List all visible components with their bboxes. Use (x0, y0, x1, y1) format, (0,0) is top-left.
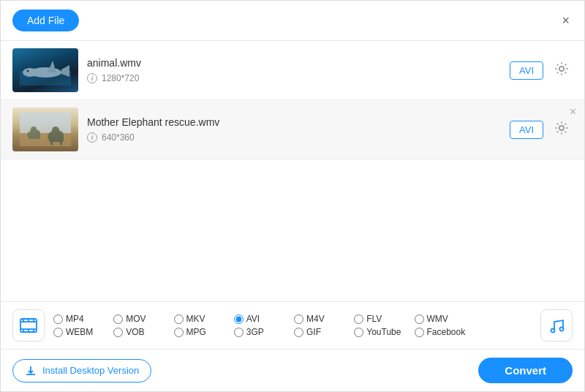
info-icon-2: i (87, 132, 97, 143)
file-item-1: animal.wmv i 1280*720 AVI (1, 41, 584, 100)
format-radio-mp4[interactable] (53, 314, 63, 324)
thumbnail-image-1 (12, 48, 78, 92)
format-label-mp4: MP4 (66, 314, 84, 324)
settings-button-2[interactable] (551, 117, 573, 143)
svg-rect-13 (36, 132, 37, 138)
gear-icon-2 (554, 120, 570, 136)
footer: Install Desktop Version Convert (1, 349, 584, 391)
format-option-wmv[interactable]: WMV (415, 314, 475, 324)
format-option-flv[interactable]: FLV (354, 314, 414, 324)
add-file-button[interactable]: Add File (12, 10, 79, 31)
format-option-vob[interactable]: VOB (113, 327, 173, 337)
file-meta-2: i 640*360 (87, 132, 501, 143)
format-radio-facebook[interactable] (415, 328, 424, 337)
svg-rect-18 (60, 139, 62, 145)
film-icon (18, 315, 39, 336)
thumbnail-1 (12, 48, 78, 92)
shark-icon (20, 55, 71, 86)
format-option-youtube[interactable]: YouTube (354, 327, 414, 337)
format-label-mpg: MPG (186, 327, 206, 337)
format-label-wmv: WMV (427, 314, 448, 324)
format-radio-3gp[interactable] (234, 328, 244, 337)
install-label: Install Desktop Version (42, 365, 139, 376)
svg-point-5 (27, 70, 29, 72)
svg-point-30 (560, 328, 564, 331)
format-label-3gp: 3GP (246, 327, 264, 337)
format-option-mpg[interactable]: MPG (174, 327, 234, 337)
convert-button[interactable]: Convert (478, 358, 573, 383)
video-format-icon-box[interactable] (12, 309, 45, 342)
file-resolution-1: 1280*720 (102, 73, 139, 83)
header: Add File × (1, 1, 584, 41)
format-radio-mpg[interactable] (174, 328, 184, 337)
format-option-facebook[interactable]: Facebook (415, 327, 475, 337)
thumbnail-2 (12, 108, 78, 151)
format-radio-m4v[interactable] (294, 314, 303, 324)
file-actions-1: AVI (510, 58, 573, 83)
format-label-avi: AVI (246, 314, 260, 324)
format-button-1[interactable]: AVI (510, 61, 543, 80)
format-label-flv: FLV (366, 314, 382, 324)
svg-rect-12 (32, 132, 34, 138)
format-option-m4v[interactable]: M4V (294, 314, 354, 324)
format-label-mov: MOV (126, 314, 146, 324)
svg-point-29 (551, 329, 555, 333)
format-button-2[interactable]: AVI (510, 121, 543, 139)
install-desktop-button[interactable]: Install Desktop Version (12, 359, 151, 382)
format-option-mov[interactable]: MOV (113, 314, 173, 324)
file-name-2: Mother Elephant rescue.wmv (87, 116, 501, 128)
close-window-button[interactable]: × (559, 11, 573, 30)
format-option-gif[interactable]: GIF (294, 327, 354, 337)
file-list: animal.wmv i 1280*720 AVI (1, 41, 584, 159)
format-options-grid: MP4 MOV MKV AVI M4V FLV WMV W (53, 314, 535, 337)
svg-point-6 (559, 66, 564, 70)
format-radio-webm[interactable] (53, 328, 63, 337)
format-option-webm[interactable]: WEBM (53, 327, 113, 337)
svg-rect-10 (29, 133, 40, 139)
format-radio-wmv[interactable] (415, 314, 424, 324)
format-option-mp4[interactable]: MP4 (53, 314, 113, 324)
file-resolution-2: 640*360 (102, 132, 135, 143)
svg-point-16 (52, 127, 59, 134)
format-label-vob: VOB (126, 327, 144, 337)
format-radio-youtube[interactable] (354, 328, 363, 337)
thumbnail-image-2 (12, 108, 78, 151)
svg-rect-17 (50, 139, 53, 145)
audio-format-icon-box[interactable] (540, 309, 573, 342)
format-radio-mkv[interactable] (174, 314, 184, 324)
format-radio-avi[interactable] (234, 314, 244, 324)
file-actions-2: AVI (510, 117, 573, 143)
format-label-gif: GIF (306, 327, 321, 337)
format-label-youtube: YouTube (366, 327, 401, 337)
music-note-icon (547, 316, 566, 335)
format-radio-gif[interactable] (294, 328, 303, 337)
info-icon-1: i (87, 73, 97, 83)
format-option-3gp[interactable]: 3GP (234, 327, 294, 337)
elephant-icon (20, 113, 71, 146)
file-name-1: animal.wmv (87, 57, 501, 69)
download-icon (25, 365, 37, 377)
svg-point-4 (23, 68, 37, 77)
gear-icon-1 (554, 61, 570, 77)
format-radio-mov[interactable] (113, 314, 123, 324)
svg-marker-2 (48, 61, 56, 72)
file-info-2: Mother Elephant rescue.wmv i 640*360 (87, 116, 501, 143)
file-info-1: animal.wmv i 1280*720 (87, 57, 501, 83)
remove-file-2-button[interactable]: × (567, 106, 578, 118)
file-item-2: Mother Elephant rescue.wmv i 640*360 AVI… (1, 100, 584, 159)
format-radio-vob[interactable] (113, 328, 123, 337)
format-label-facebook: Facebook (427, 327, 466, 337)
format-picker: MP4 MOV MKV AVI M4V FLV WMV W (1, 301, 584, 349)
format-radio-flv[interactable] (354, 314, 363, 324)
file-meta-1: i 1280*720 (87, 73, 501, 83)
format-label-m4v: M4V (306, 314, 325, 324)
svg-point-11 (31, 127, 37, 132)
format-label-webm: WEBM (66, 327, 93, 337)
format-option-mkv[interactable]: MKV (174, 314, 234, 324)
settings-button-1[interactable] (551, 58, 573, 83)
format-label-mkv: MKV (186, 314, 205, 324)
format-option-avi[interactable]: AVI (234, 314, 294, 324)
svg-point-19 (559, 125, 564, 129)
